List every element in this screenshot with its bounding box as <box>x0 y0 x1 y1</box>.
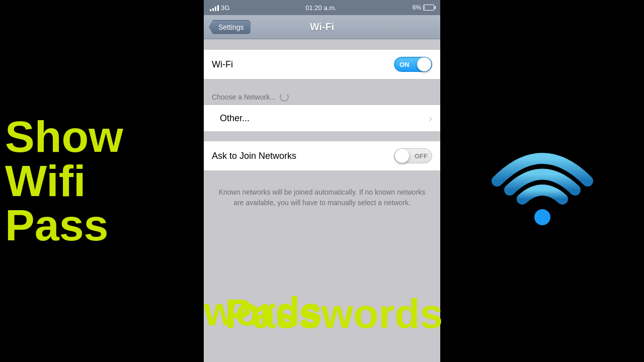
bar-3 <box>215 7 216 11</box>
bar-1 <box>210 9 211 11</box>
nav-bar: Settings Wi-Fi <box>204 15 440 39</box>
battery-fill <box>424 6 425 10</box>
wifi-svg-icon <box>487 131 598 231</box>
status-left: 3G <box>210 4 229 12</box>
ask-join-knob <box>395 149 409 163</box>
overlay-line-1: Show <box>5 115 199 159</box>
chevron-right-icon: › <box>429 113 432 124</box>
bar-4 <box>217 5 219 11</box>
clock: 01:20 a.m. <box>305 4 336 12</box>
description-text: Known networks will be joined automatica… <box>204 180 440 215</box>
battery-icon <box>423 5 434 11</box>
left-panel: Show Wifi Pass <box>0 0 204 362</box>
ask-join-label: Ask to Join Networks <box>212 151 296 161</box>
other-group: Other... › <box>204 105 440 132</box>
right-panel <box>440 0 644 362</box>
wifi-toggle-label: ON <box>399 61 410 68</box>
choose-network-label: Choose a Network... <box>212 93 276 101</box>
wifi-toggle-knob <box>417 57 431 71</box>
ask-join-toggle[interactable]: OFF <box>394 148 432 163</box>
other-row[interactable]: Other... › <box>204 105 440 131</box>
overlay-line-2: Wifi <box>5 159 199 203</box>
choose-network-header: Choose a Network... <box>204 88 440 105</box>
phone-screen: 3G 01:20 a.m. 6% Settings Wi-Fi Wi-Fi ON <box>204 0 440 362</box>
overlay-line-3: Pass <box>5 203 199 247</box>
bar-2 <box>212 8 214 11</box>
ask-join-row: Ask to Join Networks OFF <box>204 141 440 170</box>
loading-spinner <box>280 93 289 102</box>
settings-content: Wi-Fi ON Choose a Network... Other... › … <box>204 39 440 362</box>
ask-join-group: Ask to Join Networks OFF <box>204 141 440 171</box>
signal-bars <box>210 4 219 11</box>
wifi-icon-container <box>487 131 598 231</box>
back-button[interactable]: Settings <box>209 20 251 34</box>
status-right: 6% <box>413 4 434 11</box>
wifi-toggle[interactable]: ON <box>394 57 432 72</box>
network-type: 3G <box>221 4 229 12</box>
nav-title: Wi-Fi <box>310 21 335 33</box>
svg-point-0 <box>534 209 550 225</box>
other-label: Other... <box>220 113 250 124</box>
wifi-row: Wi-Fi ON <box>204 50 440 79</box>
wifi-toggle-group: Wi-Fi ON <box>204 49 440 79</box>
battery-pct: 6% <box>413 4 421 11</box>
overlay-text-left: Show Wifi Pass <box>0 0 204 362</box>
status-bar: 3G 01:20 a.m. 6% <box>204 0 440 15</box>
wifi-label: Wi-Fi <box>212 59 233 70</box>
ask-join-toggle-label: OFF <box>415 152 428 160</box>
